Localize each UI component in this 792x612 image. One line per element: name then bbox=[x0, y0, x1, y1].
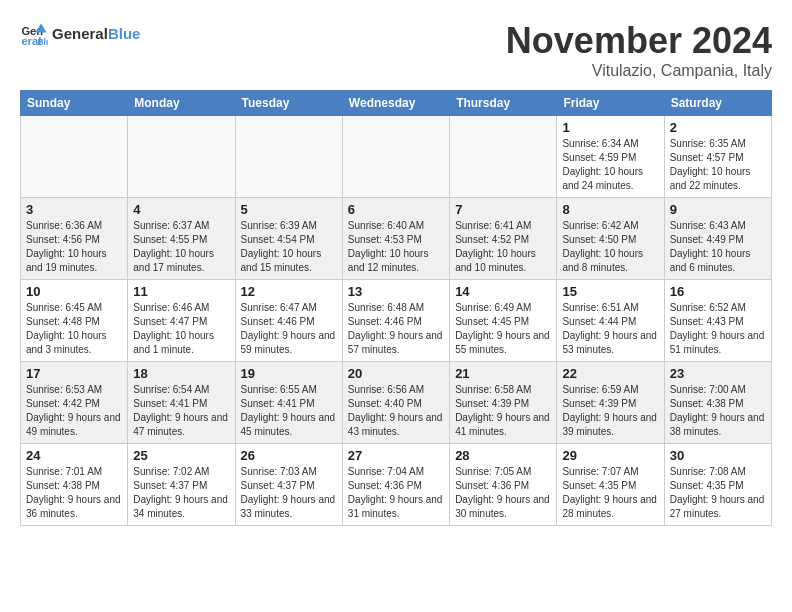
day-cell: 6Sunrise: 6:40 AM Sunset: 4:53 PM Daylig… bbox=[342, 198, 449, 280]
day-number: 7 bbox=[455, 202, 551, 217]
day-header-friday: Friday bbox=[557, 91, 664, 116]
svg-text:Blue: Blue bbox=[38, 37, 49, 47]
day-cell: 23Sunrise: 7:00 AM Sunset: 4:38 PM Dayli… bbox=[664, 362, 771, 444]
day-info: Sunrise: 6:51 AM Sunset: 4:44 PM Dayligh… bbox=[562, 301, 658, 357]
day-info: Sunrise: 6:41 AM Sunset: 4:52 PM Dayligh… bbox=[455, 219, 551, 275]
day-number: 2 bbox=[670, 120, 766, 135]
day-cell bbox=[342, 116, 449, 198]
day-number: 18 bbox=[133, 366, 229, 381]
day-info: Sunrise: 6:54 AM Sunset: 4:41 PM Dayligh… bbox=[133, 383, 229, 439]
day-info: Sunrise: 6:42 AM Sunset: 4:50 PM Dayligh… bbox=[562, 219, 658, 275]
day-info: Sunrise: 7:04 AM Sunset: 4:36 PM Dayligh… bbox=[348, 465, 444, 521]
day-cell: 9Sunrise: 6:43 AM Sunset: 4:49 PM Daylig… bbox=[664, 198, 771, 280]
day-number: 11 bbox=[133, 284, 229, 299]
day-info: Sunrise: 6:45 AM Sunset: 4:48 PM Dayligh… bbox=[26, 301, 122, 357]
day-cell: 30Sunrise: 7:08 AM Sunset: 4:35 PM Dayli… bbox=[664, 444, 771, 526]
day-header-sunday: Sunday bbox=[21, 91, 128, 116]
logo: Gen eral Blue GeneralBlue bbox=[20, 20, 140, 48]
day-number: 5 bbox=[241, 202, 337, 217]
day-info: Sunrise: 6:34 AM Sunset: 4:59 PM Dayligh… bbox=[562, 137, 658, 193]
day-cell: 3Sunrise: 6:36 AM Sunset: 4:56 PM Daylig… bbox=[21, 198, 128, 280]
day-cell bbox=[21, 116, 128, 198]
day-info: Sunrise: 6:55 AM Sunset: 4:41 PM Dayligh… bbox=[241, 383, 337, 439]
day-header-monday: Monday bbox=[128, 91, 235, 116]
day-info: Sunrise: 6:56 AM Sunset: 4:40 PM Dayligh… bbox=[348, 383, 444, 439]
day-cell: 7Sunrise: 6:41 AM Sunset: 4:52 PM Daylig… bbox=[450, 198, 557, 280]
day-info: Sunrise: 7:02 AM Sunset: 4:37 PM Dayligh… bbox=[133, 465, 229, 521]
day-cell: 17Sunrise: 6:53 AM Sunset: 4:42 PM Dayli… bbox=[21, 362, 128, 444]
day-cell bbox=[450, 116, 557, 198]
day-number: 26 bbox=[241, 448, 337, 463]
day-number: 8 bbox=[562, 202, 658, 217]
day-cell: 26Sunrise: 7:03 AM Sunset: 4:37 PM Dayli… bbox=[235, 444, 342, 526]
day-cell: 10Sunrise: 6:45 AM Sunset: 4:48 PM Dayli… bbox=[21, 280, 128, 362]
location-title: Vitulazio, Campania, Italy bbox=[506, 62, 772, 80]
day-header-thursday: Thursday bbox=[450, 91, 557, 116]
calendar-table: SundayMondayTuesdayWednesdayThursdayFrid… bbox=[20, 90, 772, 526]
day-number: 1 bbox=[562, 120, 658, 135]
day-number: 6 bbox=[348, 202, 444, 217]
day-cell: 25Sunrise: 7:02 AM Sunset: 4:37 PM Dayli… bbox=[128, 444, 235, 526]
day-number: 13 bbox=[348, 284, 444, 299]
day-cell: 29Sunrise: 7:07 AM Sunset: 4:35 PM Dayli… bbox=[557, 444, 664, 526]
day-number: 21 bbox=[455, 366, 551, 381]
title-section: November 2024 Vitulazio, Campania, Italy bbox=[506, 20, 772, 80]
day-cell bbox=[128, 116, 235, 198]
day-cell: 2Sunrise: 6:35 AM Sunset: 4:57 PM Daylig… bbox=[664, 116, 771, 198]
day-number: 9 bbox=[670, 202, 766, 217]
day-info: Sunrise: 6:52 AM Sunset: 4:43 PM Dayligh… bbox=[670, 301, 766, 357]
calendar-header-row: SundayMondayTuesdayWednesdayThursdayFrid… bbox=[21, 91, 772, 116]
day-cell: 4Sunrise: 6:37 AM Sunset: 4:55 PM Daylig… bbox=[128, 198, 235, 280]
day-info: Sunrise: 6:48 AM Sunset: 4:46 PM Dayligh… bbox=[348, 301, 444, 357]
day-header-wednesday: Wednesday bbox=[342, 91, 449, 116]
day-cell: 12Sunrise: 6:47 AM Sunset: 4:46 PM Dayli… bbox=[235, 280, 342, 362]
logo-line2: Blue bbox=[108, 25, 141, 42]
day-number: 30 bbox=[670, 448, 766, 463]
day-info: Sunrise: 7:05 AM Sunset: 4:36 PM Dayligh… bbox=[455, 465, 551, 521]
day-header-saturday: Saturday bbox=[664, 91, 771, 116]
day-info: Sunrise: 7:07 AM Sunset: 4:35 PM Dayligh… bbox=[562, 465, 658, 521]
week-row-4: 17Sunrise: 6:53 AM Sunset: 4:42 PM Dayli… bbox=[21, 362, 772, 444]
day-number: 24 bbox=[26, 448, 122, 463]
day-number: 14 bbox=[455, 284, 551, 299]
day-cell: 28Sunrise: 7:05 AM Sunset: 4:36 PM Dayli… bbox=[450, 444, 557, 526]
day-cell: 19Sunrise: 6:55 AM Sunset: 4:41 PM Dayli… bbox=[235, 362, 342, 444]
day-cell: 15Sunrise: 6:51 AM Sunset: 4:44 PM Dayli… bbox=[557, 280, 664, 362]
week-row-3: 10Sunrise: 6:45 AM Sunset: 4:48 PM Dayli… bbox=[21, 280, 772, 362]
day-info: Sunrise: 6:59 AM Sunset: 4:39 PM Dayligh… bbox=[562, 383, 658, 439]
day-cell: 8Sunrise: 6:42 AM Sunset: 4:50 PM Daylig… bbox=[557, 198, 664, 280]
day-number: 29 bbox=[562, 448, 658, 463]
day-number: 20 bbox=[348, 366, 444, 381]
week-row-1: 1Sunrise: 6:34 AM Sunset: 4:59 PM Daylig… bbox=[21, 116, 772, 198]
day-info: Sunrise: 6:43 AM Sunset: 4:49 PM Dayligh… bbox=[670, 219, 766, 275]
day-info: Sunrise: 6:53 AM Sunset: 4:42 PM Dayligh… bbox=[26, 383, 122, 439]
day-info: Sunrise: 7:08 AM Sunset: 4:35 PM Dayligh… bbox=[670, 465, 766, 521]
day-info: Sunrise: 6:49 AM Sunset: 4:45 PM Dayligh… bbox=[455, 301, 551, 357]
day-number: 25 bbox=[133, 448, 229, 463]
day-number: 19 bbox=[241, 366, 337, 381]
week-row-2: 3Sunrise: 6:36 AM Sunset: 4:56 PM Daylig… bbox=[21, 198, 772, 280]
calendar-body: 1Sunrise: 6:34 AM Sunset: 4:59 PM Daylig… bbox=[21, 116, 772, 526]
day-number: 15 bbox=[562, 284, 658, 299]
day-info: Sunrise: 7:01 AM Sunset: 4:38 PM Dayligh… bbox=[26, 465, 122, 521]
day-cell: 20Sunrise: 6:56 AM Sunset: 4:40 PM Dayli… bbox=[342, 362, 449, 444]
day-cell: 24Sunrise: 7:01 AM Sunset: 4:38 PM Dayli… bbox=[21, 444, 128, 526]
day-cell: 14Sunrise: 6:49 AM Sunset: 4:45 PM Dayli… bbox=[450, 280, 557, 362]
day-number: 16 bbox=[670, 284, 766, 299]
day-cell: 1Sunrise: 6:34 AM Sunset: 4:59 PM Daylig… bbox=[557, 116, 664, 198]
day-info: Sunrise: 6:37 AM Sunset: 4:55 PM Dayligh… bbox=[133, 219, 229, 275]
day-info: Sunrise: 6:46 AM Sunset: 4:47 PM Dayligh… bbox=[133, 301, 229, 357]
day-info: Sunrise: 6:47 AM Sunset: 4:46 PM Dayligh… bbox=[241, 301, 337, 357]
day-cell: 5Sunrise: 6:39 AM Sunset: 4:54 PM Daylig… bbox=[235, 198, 342, 280]
day-cell: 16Sunrise: 6:52 AM Sunset: 4:43 PM Dayli… bbox=[664, 280, 771, 362]
logo-line1: General bbox=[52, 25, 108, 42]
day-number: 22 bbox=[562, 366, 658, 381]
day-info: Sunrise: 6:35 AM Sunset: 4:57 PM Dayligh… bbox=[670, 137, 766, 193]
day-cell: 22Sunrise: 6:59 AM Sunset: 4:39 PM Dayli… bbox=[557, 362, 664, 444]
day-number: 3 bbox=[26, 202, 122, 217]
day-cell: 11Sunrise: 6:46 AM Sunset: 4:47 PM Dayli… bbox=[128, 280, 235, 362]
day-cell bbox=[235, 116, 342, 198]
day-cell: 21Sunrise: 6:58 AM Sunset: 4:39 PM Dayli… bbox=[450, 362, 557, 444]
day-cell: 27Sunrise: 7:04 AM Sunset: 4:36 PM Dayli… bbox=[342, 444, 449, 526]
logo-icon: Gen eral Blue bbox=[20, 20, 48, 48]
